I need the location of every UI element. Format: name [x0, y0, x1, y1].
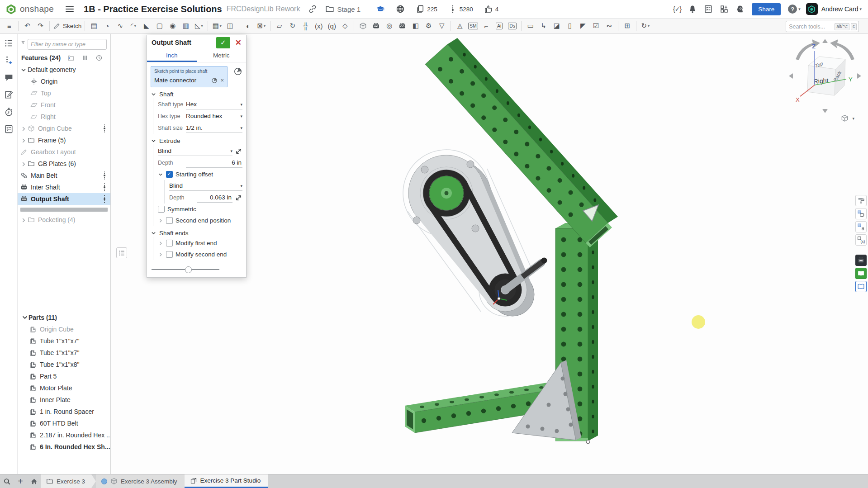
part-row[interactable]: Tube 1"x1"x7"	[18, 335, 110, 347]
symmetric-checkbox[interactable]	[158, 206, 165, 213]
versions-icon[interactable]	[448, 5, 457, 14]
search-tabs-button[interactable]	[0, 474, 14, 488]
history-clock-icon[interactable]	[95, 54, 103, 62]
second-end-mod-chevron-icon[interactable]	[158, 252, 163, 257]
part-row[interactable]: Tube 1"x1"x7"	[18, 347, 110, 359]
add-folder-icon[interactable]	[67, 54, 75, 62]
user-name[interactable]: Andrew Card	[821, 5, 859, 13]
hole-icon[interactable]: ◉	[166, 20, 179, 32]
custom-feature-icon[interactable]	[370, 20, 383, 32]
tree-chevron-icon[interactable]	[20, 216, 28, 223]
feature-row[interactable]: Origin	[18, 76, 110, 87]
export-icon[interactable]: ▭	[524, 20, 537, 32]
tree-chevron-icon[interactable]	[20, 66, 28, 73]
feature-row[interactable]: Right	[18, 111, 110, 123]
feature-row[interactable]: Origin Cube	[18, 123, 110, 134]
tab-exercise-3-part-studio[interactable]: Exercise 3 Part Studio	[185, 474, 268, 488]
apps-grid-icon[interactable]	[720, 5, 729, 14]
tree-chevron-icon[interactable]	[20, 160, 28, 167]
feature-row[interactable]: GB Plates (6)	[18, 158, 110, 170]
variables-table-button[interactable]: (x)	[855, 234, 867, 246]
composite-icon[interactable]: ◇	[338, 20, 351, 32]
public-globe-icon[interactable]	[396, 5, 405, 14]
tree-chevron-icon[interactable]	[20, 137, 28, 144]
education-cap-icon[interactable]	[376, 5, 385, 14]
ai-advisor-icon[interactable]: Ai	[493, 20, 506, 32]
dimensions-flyout-toggle[interactable]	[116, 247, 127, 258]
corner-icon[interactable]: ◤	[576, 20, 589, 32]
gear-icon[interactable]: ⚙	[422, 20, 435, 32]
parts-chevron-icon[interactable]	[21, 314, 28, 321]
copies-icon[interactable]	[416, 5, 425, 14]
tab-tool-icon[interactable]: ▯	[563, 20, 576, 32]
filter-funnel-icon[interactable]	[21, 41, 25, 48]
part-row[interactable]: 60T HTD Belt	[18, 417, 110, 429]
help-caret-icon[interactable]: ▾	[798, 7, 801, 11]
sketch-point[interactable]	[586, 440, 590, 444]
part-row[interactable]: Part 5	[18, 370, 110, 382]
modify-second-end-row[interactable]: Modify second end	[158, 249, 242, 260]
starting-offset-checkbox[interactable]	[166, 171, 173, 178]
extrude-icon[interactable]: ▤	[87, 20, 100, 32]
offset-type-select[interactable]: Blind▾	[169, 181, 242, 191]
custom-feature-2-icon[interactable]	[396, 20, 409, 32]
tree-chevron-icon[interactable]	[20, 125, 28, 132]
document-title[interactable]: 1B - Practice Exercise Solutions	[84, 4, 222, 14]
depth-input[interactable]: 6 in	[186, 158, 242, 168]
feature-row[interactable]: Default geometry	[18, 64, 110, 76]
avatar[interactable]	[806, 3, 818, 15]
feature-list-icon[interactable]: ≡	[3, 20, 16, 32]
feature-row[interactable]: Output Shaft	[18, 193, 110, 205]
tasks-checklist-icon[interactable]	[704, 5, 713, 14]
render-lamp-icon[interactable]: ◬	[453, 20, 466, 32]
search-tools[interactable]: alt/⌥ c	[786, 21, 859, 32]
feature-row[interactable]: Top	[18, 87, 110, 99]
cleanup-icon[interactable]: ◪	[550, 20, 563, 32]
feature-row[interactable]: Frame (5)	[18, 134, 110, 146]
drawing-standard-icon[interactable]: Ds	[506, 20, 519, 32]
transform-icon[interactable]: ╬	[299, 20, 312, 32]
symmetric-row[interactable]: Symmetric	[158, 204, 242, 215]
dropdown-caret-icon[interactable]: ▾	[220, 24, 222, 28]
tab-exercise-3-assembly[interactable]: Exercise 3 Assembly	[96, 474, 185, 488]
sheet-metal-icon[interactable]: SM	[466, 20, 479, 32]
curve-icon[interactable]: ∾	[602, 20, 616, 32]
helix-icon[interactable]: ↻	[286, 20, 299, 32]
sketch-icon[interactable]: Sketch	[52, 20, 82, 32]
confirm-button[interactable]: ✓	[216, 37, 230, 48]
main-menu-icon[interactable]	[66, 6, 74, 12]
rollback-slider[interactable]	[152, 266, 219, 273]
breadcrumb-folder[interactable]: Stage 1	[325, 5, 360, 14]
dropdown-caret-icon[interactable]: ▾	[648, 24, 650, 28]
feature-row[interactable]: Main Belt	[18, 170, 110, 181]
dropdown-caret-icon[interactable]: ▾	[201, 24, 203, 28]
feature-script-check-icon[interactable]: {✓}	[673, 5, 681, 13]
configurations-button[interactable]	[855, 208, 867, 219]
dropdown-caret-icon[interactable]: ▾	[264, 24, 266, 28]
mate-connector-toggle-icon[interactable]	[233, 67, 242, 76]
clear-selection-icon[interactable]: ×	[220, 77, 224, 84]
search-tools-input[interactable]	[788, 23, 833, 30]
flip-offset-direction-icon[interactable]	[235, 194, 242, 202]
feature-menu-dots-icon[interactable]	[103, 171, 106, 180]
view-cube-body[interactable]: Right Top Back	[807, 57, 845, 95]
iso-cube-icon[interactable]	[356, 20, 370, 32]
part-row[interactable]: 6 In. Rounded Hex Sh...	[18, 441, 110, 453]
onshape-logo[interactable]: onshape	[5, 4, 54, 15]
bend-icon[interactable]: ↳	[537, 20, 550, 32]
undo-icon[interactable]: ↶	[21, 20, 34, 32]
pattern-icon[interactable]: ▦ ▾	[210, 20, 223, 32]
offset-depth-input[interactable]: 0.063 in	[197, 193, 232, 203]
modify-second-end-checkbox[interactable]	[166, 251, 173, 258]
user-caret-icon[interactable]: ▾	[859, 7, 862, 11]
view-options-button[interactable]: ▾	[841, 114, 854, 122]
first-end-chevron-icon[interactable]	[158, 241, 163, 246]
hex-type-select[interactable]: Rounded hex▾	[186, 111, 242, 121]
second-end-chevron-icon[interactable]	[158, 218, 163, 223]
modify-first-end-row[interactable]: Modify first end	[158, 237, 242, 249]
modify-first-end-checkbox[interactable]	[166, 240, 173, 246]
tab-metric[interactable]: Metric	[197, 50, 247, 62]
draft-icon[interactable]: ◺ ▾	[192, 20, 205, 32]
shaft-ends-section-header[interactable]: Shaft ends	[147, 230, 246, 237]
home-button[interactable]	[27, 474, 41, 488]
